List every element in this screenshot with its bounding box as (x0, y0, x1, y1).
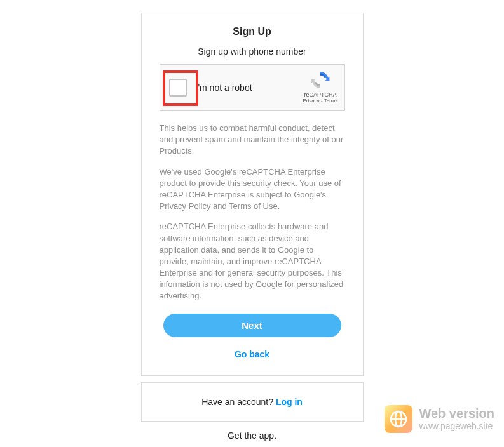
recaptcha-privacy-link[interactable]: Privacy (303, 98, 320, 103)
recaptcha-checkbox[interactable] (169, 79, 187, 97)
recaptcha-label: I'm not a robot (196, 83, 252, 93)
recaptcha-badge: reCAPTCHA Privacy - Terms (303, 70, 338, 103)
watermark-globe-icon (385, 405, 412, 433)
go-back-link[interactable]: Go back (235, 349, 269, 359)
recaptcha-brand-text: reCAPTCHA (303, 91, 338, 98)
recaptcha-widget: I'm not a robot reCAPTCHA Privacy - Term… (160, 64, 345, 111)
signup-subtitle: Sign up with phone number (160, 46, 345, 57)
login-card: Have an account? Log in (141, 382, 364, 422)
login-link[interactable]: Log in (276, 397, 303, 407)
recaptcha-terms-link[interactable]: Terms (324, 98, 338, 103)
signup-title: Sign Up (160, 26, 345, 37)
next-button[interactable]: Next (163, 314, 341, 337)
watermark-url: www.pageweb.site (419, 421, 494, 431)
info-paragraph-1: This helps us to combat harmful conduct,… (160, 123, 345, 157)
watermark-title: Web version (419, 406, 494, 421)
recaptcha-icon (310, 70, 330, 90)
go-back-wrap: Go back (160, 349, 345, 360)
watermark: Web version www.pageweb.site (385, 405, 494, 433)
signup-card: Sign Up Sign up with phone number I'm no… (141, 13, 364, 376)
info-paragraph-3: reCAPTCHA Enterprise collects hardware a… (160, 221, 345, 302)
login-prompt: Have an account? (201, 397, 276, 407)
info-paragraph-2: We've used Google's reCAPTCHA Enterprise… (160, 166, 345, 213)
recaptcha-links: Privacy - Terms (303, 98, 338, 103)
